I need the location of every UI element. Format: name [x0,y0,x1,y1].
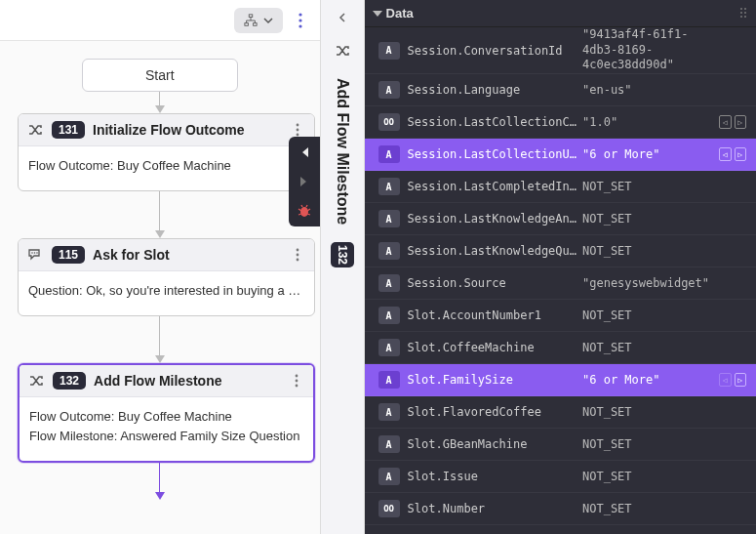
variable-row[interactable]: ASlot.AccountNumber1NOT_SET [365,300,756,332]
type-badge: A [378,339,400,356]
connector [18,92,302,113]
flow-canvas-pane: Start 131 Initialize Flow Outcome Flow O… [0,0,320,534]
type-badge: A [378,145,400,163]
variable-row[interactable]: ASession.LastCompletedIn…NOT_SET [365,171,756,203]
variable-value: NOT_SET [582,180,719,193]
node-number-badge: 131 [52,121,85,139]
variable-row[interactable]: ASlot.IssueNOT_SET [365,461,756,493]
variable-value: "6 or More" [582,147,719,161]
svg-rect-1 [245,22,249,25]
variable-value: NOT_SET [582,308,719,322]
grip-icon[interactable] [738,6,750,21]
collapse-left-button[interactable] [333,8,352,27]
flow-node-131[interactable]: 131 Initialize Flow Outcome Flow Outcome… [18,113,315,191]
variable-row[interactable]: OOSession.LastCollectionC…"1.0"◁▷ [365,106,756,139]
node-body: Question: Ok, so you're interested in bu… [19,271,314,315]
variable-name: Session.LastCollectionC… [408,115,582,129]
svg-point-9 [31,252,33,254]
variable-row[interactable]: ASession.Source"genesyswebwidget" [365,267,756,300]
svg-point-13 [297,253,299,256]
kebab-icon [298,13,302,28]
type-badge: A [378,403,400,421]
variable-name: Session.LastKnowledgeQu… [408,244,582,258]
node-menu-button[interactable] [289,246,306,264]
canvas-menu-button[interactable] [289,9,312,32]
svg-point-14 [297,258,299,261]
inspector-rail: Add Flow Milestone 132 [320,0,365,534]
structure-dropdown-button[interactable] [234,8,283,33]
prev-value-button[interactable]: ◁ [719,373,732,387]
variable-row[interactable]: ASession.LastKnowledgeAn…NOT_SET [365,203,756,235]
connector [18,316,302,363]
variable-value: NOT_SET [582,212,719,226]
data-panel: Data ASession.ConversationId"9413af4f-61… [365,0,756,534]
flow-node-115[interactable]: 115 Ask for Slot Question: Ok, so you're… [18,238,315,316]
type-badge: A [378,210,400,227]
svg-point-24 [744,16,746,18]
svg-point-3 [298,13,301,16]
variable-name: Slot.Number [408,502,582,515]
debug-toolbar [289,137,320,226]
variable-row[interactable]: ASlot.GBeanMachineNOT_SET [365,429,756,461]
variable-name: Session.ConversationId [408,44,582,58]
variable-list[interactable]: ASession.ConversationId"9413af4f-61f1-4d… [365,27,756,534]
variable-row[interactable]: ASession.LastCollectionU…"6 or More"◁▷ [365,139,756,171]
node-header: 131 Initialize Flow Outcome [19,114,314,146]
variable-value: NOT_SET [582,437,719,451]
svg-point-23 [740,16,742,18]
tree-icon [244,14,258,27]
svg-point-15 [296,374,298,377]
type-badge: A [378,42,400,60]
connector [18,191,302,238]
start-node[interactable]: Start [82,59,238,92]
type-badge: OO [378,500,400,517]
variable-row[interactable]: OOSlot.NumberNOT_SET [365,493,756,525]
svg-point-7 [297,129,299,132]
next-value-button[interactable]: ▷ [735,115,747,129]
variable-row[interactable]: ASlot.FlavoredCoffeeNOT_SET [365,396,756,429]
svg-rect-2 [253,22,257,25]
variable-name: Session.LastKnowledgeAn… [408,212,582,226]
next-value-button[interactable]: ▷ [735,373,747,387]
svg-point-11 [36,252,38,254]
variable-name: Session.LastCompletedIn… [408,180,582,193]
start-label: Start [145,67,175,83]
flow-node-132[interactable]: 132 Add Flow Milestone Flow Outcome: Buy… [18,363,315,464]
prev-value-button[interactable]: ◁ [719,115,732,129]
variable-row[interactable]: ASession.Language"en-us" [365,74,756,106]
svg-point-18 [300,207,308,217]
svg-point-8 [297,134,299,137]
variable-name: Slot.FlavoredCoffee [408,405,582,419]
prev-value-button[interactable]: ◁ [719,147,732,161]
variable-value: "1.0" [582,115,719,129]
node-body: Flow Outcome: Buy Coffee Machine Flow Mi… [20,397,313,462]
node-header: 115 Ask for Slot [19,239,314,271]
variable-name: Slot.AccountNumber1 [408,308,582,322]
node-number-badge: 132 [53,372,86,390]
data-panel-header[interactable]: Data [365,0,756,27]
variable-value: "9413af4f-61f1-4db3-8169-4c0ec38dd90d" [582,27,719,73]
variable-value: NOT_SET [582,244,719,258]
node-menu-button[interactable] [288,372,305,390]
variable-row[interactable]: ASession.LastKnowledgeQu…NOT_SET [365,235,756,267]
variable-name: Slot.GBeanMachine [408,437,582,451]
variable-row[interactable]: ASlot.CoffeeMachineNOT_SET [365,332,756,364]
svg-point-20 [744,8,746,10]
next-value-button[interactable]: ▷ [735,147,747,161]
svg-point-5 [298,24,301,27]
type-badge: A [378,307,400,324]
type-badge: A [378,371,400,389]
step-forward-button[interactable] [295,172,314,191]
nav-arrows: ◁▷ [719,147,756,161]
svg-point-17 [296,384,298,387]
variable-name: Slot.CoffeeMachine [408,341,582,354]
type-badge: A [378,81,400,99]
step-back-button[interactable] [295,143,314,162]
variable-row[interactable]: ASlot.FamilySize"6 or More"◁▷ [365,364,756,396]
variable-value: "6 or More" [582,373,719,387]
flow-canvas[interactable]: Start 131 Initialize Flow Outcome Flow O… [0,41,320,500]
node-title: Add Flow Milestone [94,373,280,389]
inspector-title: Add Flow Milestone [334,74,351,228]
variable-row[interactable]: ASession.ConversationId"9413af4f-61f1-4d… [365,27,756,74]
debug-button[interactable] [295,201,314,221]
